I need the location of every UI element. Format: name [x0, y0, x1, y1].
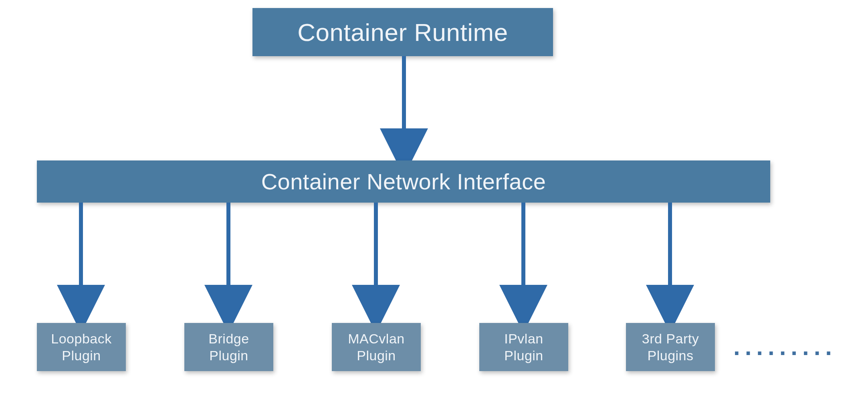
- ellipsis-dots: .........: [733, 333, 837, 361]
- loopback-plugin-label: Loopback Plugin: [51, 330, 111, 364]
- arrow-cni-to-bridge: [224, 203, 233, 317]
- container-runtime-label: Container Runtime: [297, 18, 508, 47]
- macvlan-plugin-label: MACvlan Plugin: [348, 330, 404, 364]
- arrow-cni-to-3rdparty: [665, 203, 675, 317]
- container-runtime-box: Container Runtime: [252, 8, 553, 56]
- arrow-cni-to-ipvlan: [519, 203, 528, 317]
- container-network-interface-box: Container Network Interface: [37, 160, 770, 203]
- cni-label: Container Network Interface: [261, 168, 546, 195]
- ipvlan-plugin-label: IPvlan Plugin: [504, 330, 543, 364]
- arrow-runtime-to-cni: [399, 56, 409, 160]
- arrow-cni-to-loopback: [76, 203, 86, 317]
- thirdparty-plugins-box: 3rd Party Plugins: [626, 323, 715, 371]
- loopback-plugin-box: Loopback Plugin: [37, 323, 126, 371]
- ipvlan-plugin-box: IPvlan Plugin: [479, 323, 568, 371]
- bridge-plugin-box: Bridge Plugin: [184, 323, 273, 371]
- bridge-plugin-label: Bridge Plugin: [208, 330, 249, 364]
- arrow-cni-to-macvlan: [371, 203, 381, 317]
- thirdparty-plugins-label: 3rd Party Plugins: [642, 330, 699, 364]
- macvlan-plugin-box: MACvlan Plugin: [332, 323, 421, 371]
